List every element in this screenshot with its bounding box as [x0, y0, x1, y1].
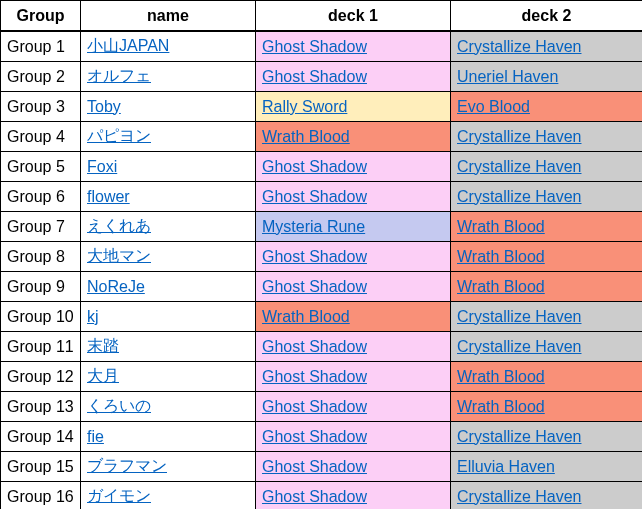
deck-table: Group name deck 1 deck 2 Group 1小山JAPANG…	[0, 0, 642, 509]
deck2-cell: Wrath Blood	[451, 362, 643, 392]
player-link[interactable]: Toby	[87, 98, 121, 115]
table-row: Group 8大地マンGhost ShadowWrath Blood	[1, 242, 643, 272]
deck2-cell: Uneriel Haven	[451, 62, 643, 92]
deck-link[interactable]: Ghost Shadow	[262, 398, 367, 415]
deck-link[interactable]: Ghost Shadow	[262, 158, 367, 175]
deck-link[interactable]: Ghost Shadow	[262, 428, 367, 445]
deck-link[interactable]: Crystallize Haven	[457, 128, 581, 145]
deck1-cell: Ghost Shadow	[256, 452, 451, 482]
deck1-cell: Ghost Shadow	[256, 362, 451, 392]
deck2-cell: Wrath Blood	[451, 212, 643, 242]
deck2-cell: Crystallize Haven	[451, 182, 643, 212]
deck2-cell: Elluvia Haven	[451, 452, 643, 482]
deck2-cell: Crystallize Haven	[451, 31, 643, 62]
deck-link[interactable]: Crystallize Haven	[457, 38, 581, 55]
deck-link[interactable]: Rally Sword	[262, 98, 347, 115]
deck-link[interactable]: Wrath Blood	[262, 308, 350, 325]
name-cell: NoReJe	[81, 272, 256, 302]
deck-link[interactable]: Crystallize Haven	[457, 188, 581, 205]
player-link[interactable]: 末踏	[87, 337, 119, 354]
player-link[interactable]: flower	[87, 188, 130, 205]
table-row: Group 1小山JAPANGhost ShadowCrystallize Ha…	[1, 31, 643, 62]
deck-link[interactable]: Wrath Blood	[457, 368, 545, 385]
deck-link[interactable]: Elluvia Haven	[457, 458, 555, 475]
deck-link[interactable]: Wrath Blood	[457, 218, 545, 235]
deck-link[interactable]: Ghost Shadow	[262, 458, 367, 475]
deck-link[interactable]: Mysteria Rune	[262, 218, 365, 235]
deck-link[interactable]: Crystallize Haven	[457, 338, 581, 355]
player-link[interactable]: ブラフマン	[87, 457, 167, 474]
deck-link[interactable]: Uneriel Haven	[457, 68, 558, 85]
group-cell: Group 4	[1, 122, 81, 152]
player-link[interactable]: くろいの	[87, 397, 151, 414]
deck-link[interactable]: Crystallize Haven	[457, 428, 581, 445]
name-cell: 大月	[81, 362, 256, 392]
player-link[interactable]: オルフェ	[87, 67, 151, 84]
name-cell: ガイモン	[81, 482, 256, 510]
deck-link[interactable]: Wrath Blood	[457, 398, 545, 415]
group-cell: Group 8	[1, 242, 81, 272]
deck1-cell: Mysteria Rune	[256, 212, 451, 242]
name-cell: flower	[81, 182, 256, 212]
deck-link[interactable]: Ghost Shadow	[262, 278, 367, 295]
player-link[interactable]: fie	[87, 428, 104, 445]
deck-link[interactable]: Wrath Blood	[457, 278, 545, 295]
deck1-cell: Ghost Shadow	[256, 242, 451, 272]
group-cell: Group 10	[1, 302, 81, 332]
deck2-cell: Wrath Blood	[451, 272, 643, 302]
deck-link[interactable]: Evo Blood	[457, 98, 530, 115]
header-deck2: deck 2	[451, 1, 643, 32]
header-group: Group	[1, 1, 81, 32]
table-row: Group 7えくれあMysteria RuneWrath Blood	[1, 212, 643, 242]
deck-link[interactable]: Crystallize Haven	[457, 308, 581, 325]
group-cell: Group 1	[1, 31, 81, 62]
group-cell: Group 11	[1, 332, 81, 362]
deck2-cell: Wrath Blood	[451, 242, 643, 272]
deck-link[interactable]: Ghost Shadow	[262, 38, 367, 55]
deck1-cell: Rally Sword	[256, 92, 451, 122]
name-cell: ブラフマン	[81, 452, 256, 482]
name-cell: Toby	[81, 92, 256, 122]
deck1-cell: Wrath Blood	[256, 122, 451, 152]
deck2-cell: Crystallize Haven	[451, 122, 643, 152]
table-row: Group 4パピヨンWrath BloodCrystallize Haven	[1, 122, 643, 152]
table-body: Group 1小山JAPANGhost ShadowCrystallize Ha…	[1, 31, 643, 509]
deck2-cell: Wrath Blood	[451, 392, 643, 422]
name-cell: 末踏	[81, 332, 256, 362]
group-cell: Group 12	[1, 362, 81, 392]
player-link[interactable]: kj	[87, 308, 99, 325]
deck-link[interactable]: Crystallize Haven	[457, 488, 581, 505]
deck-link[interactable]: Wrath Blood	[457, 248, 545, 265]
player-link[interactable]: 大月	[87, 367, 119, 384]
name-cell: Foxi	[81, 152, 256, 182]
deck-link[interactable]: Ghost Shadow	[262, 488, 367, 505]
player-link[interactable]: 大地マン	[87, 247, 151, 264]
deck-link[interactable]: Ghost Shadow	[262, 68, 367, 85]
player-link[interactable]: 小山JAPAN	[87, 37, 169, 54]
table-row: Group 9NoReJeGhost ShadowWrath Blood	[1, 272, 643, 302]
player-link[interactable]: ガイモン	[87, 487, 151, 504]
deck1-cell: Wrath Blood	[256, 302, 451, 332]
player-link[interactable]: NoReJe	[87, 278, 145, 295]
deck-link[interactable]: Ghost Shadow	[262, 338, 367, 355]
deck-link[interactable]: Ghost Shadow	[262, 188, 367, 205]
group-cell: Group 7	[1, 212, 81, 242]
group-cell: Group 6	[1, 182, 81, 212]
deck1-cell: Ghost Shadow	[256, 62, 451, 92]
table-row: Group 15ブラフマンGhost ShadowElluvia Haven	[1, 452, 643, 482]
name-cell: くろいの	[81, 392, 256, 422]
table-row: Group 5FoxiGhost ShadowCrystallize Haven	[1, 152, 643, 182]
name-cell: 大地マン	[81, 242, 256, 272]
deck-link[interactable]: Wrath Blood	[262, 128, 350, 145]
player-link[interactable]: パピヨン	[87, 127, 151, 144]
deck1-cell: Ghost Shadow	[256, 332, 451, 362]
player-link[interactable]: Foxi	[87, 158, 117, 175]
deck2-cell: Crystallize Haven	[451, 302, 643, 332]
deck-link[interactable]: Ghost Shadow	[262, 248, 367, 265]
deck2-cell: Crystallize Haven	[451, 482, 643, 510]
name-cell: オルフェ	[81, 62, 256, 92]
deck-link[interactable]: Crystallize Haven	[457, 158, 581, 175]
player-link[interactable]: えくれあ	[87, 217, 151, 234]
group-cell: Group 15	[1, 452, 81, 482]
deck-link[interactable]: Ghost Shadow	[262, 368, 367, 385]
